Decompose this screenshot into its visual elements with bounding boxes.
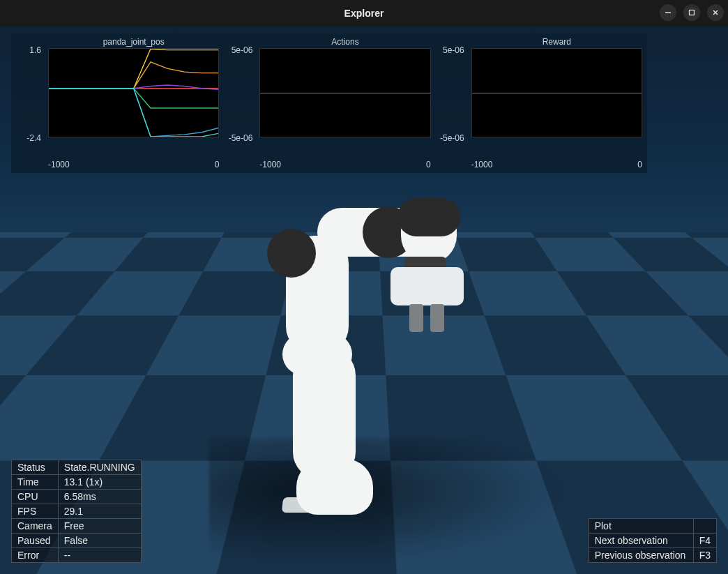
status-label: Time	[12, 475, 59, 490]
plot-series-line	[49, 89, 218, 108]
status-row: Time13.1 (1x)	[12, 475, 142, 490]
hotkey-label[interactable]: Next observation	[589, 534, 693, 548]
plot-series-line	[49, 62, 218, 89]
plot-yticks: 5e-06 -5e-06	[435, 50, 469, 139]
plot-panel: panda_joint_pos 1.6 -2.4 -1000 0 Actions…	[11, 33, 647, 173]
status-row: CameraFree	[12, 519, 142, 534]
status-value: Free	[58, 519, 141, 534]
plot-xticks: -1000 0	[471, 160, 642, 169]
status-value: --	[58, 548, 141, 563]
status-overlay: StatusState.RUNNINGTime13.1 (1x)CPU6.58m…	[11, 460, 142, 563]
close-button[interactable]	[707, 4, 724, 21]
hotkey-key: F4	[693, 534, 716, 548]
plot-title: panda_joint_pos	[48, 37, 219, 47]
status-label: Camera	[12, 519, 59, 534]
status-value: State.RUNNING	[58, 460, 141, 475]
status-label: Error	[12, 548, 59, 563]
minimize-button[interactable]	[660, 4, 676, 21]
status-value: 29.1	[58, 504, 141, 519]
plot-xticks: -1000 0	[48, 160, 219, 169]
plot-series-line	[49, 89, 218, 137]
window-controls	[660, 4, 724, 21]
plot-yticks: 5e-06 -5e-06	[223, 50, 257, 139]
status-row: PausedFalse	[12, 534, 142, 548]
viewport[interactable]: panda_joint_pos 1.6 -2.4 -1000 0 Actions…	[0, 27, 728, 574]
status-row: StatusState.RUNNING	[12, 460, 142, 475]
plot-line	[472, 93, 642, 93]
hotkeys-header-key	[693, 519, 716, 534]
plot-yticks: 1.6 -2.4	[12, 50, 45, 139]
plot-actions: Actions 5e-06 -5e-06 -1000 0	[223, 34, 434, 172]
status-label: Status	[12, 460, 59, 475]
plot-series-line	[49, 89, 218, 137]
status-row: Error--	[12, 548, 142, 563]
titlebar: Explorer	[0, 0, 728, 27]
plot-area	[259, 48, 430, 137]
hotkey-row: Previous observationF3	[589, 548, 716, 563]
status-label: FPS	[12, 504, 59, 519]
svg-rect-1	[690, 10, 695, 15]
hotkey-row: Next observationF4	[589, 534, 716, 548]
plot-title: Actions	[259, 37, 430, 47]
hotkeys-header: Plot	[589, 519, 693, 534]
plot-panda-joint-pos: panda_joint_pos 1.6 -2.4 -1000 0	[12, 34, 223, 172]
plot-area	[48, 48, 219, 137]
hotkey-label[interactable]: Previous observation	[589, 548, 693, 563]
plot-reward: Reward 5e-06 -5e-06 -1000 0	[435, 34, 646, 172]
plot-area	[471, 48, 642, 137]
plot-title: Reward	[471, 37, 642, 47]
maximize-button[interactable]	[683, 4, 700, 21]
status-value: 6.58ms	[58, 490, 141, 504]
status-value: False	[58, 534, 141, 548]
plot-xticks: -1000 0	[259, 160, 430, 169]
status-label: CPU	[12, 490, 59, 504]
hotkey-key: F3	[693, 548, 716, 563]
plot-series-line	[49, 49, 218, 89]
status-row: FPS29.1	[12, 504, 142, 519]
status-label: Paused	[12, 534, 59, 548]
robot-shadow	[209, 438, 586, 571]
hotkeys-overlay: PlotNext observationF4Previous observati…	[589, 518, 717, 563]
status-row: CPU6.58ms	[12, 490, 142, 504]
window-title: Explorer	[344, 8, 384, 19]
plot-line	[260, 93, 430, 93]
status-value: 13.1 (1x)	[58, 475, 141, 490]
